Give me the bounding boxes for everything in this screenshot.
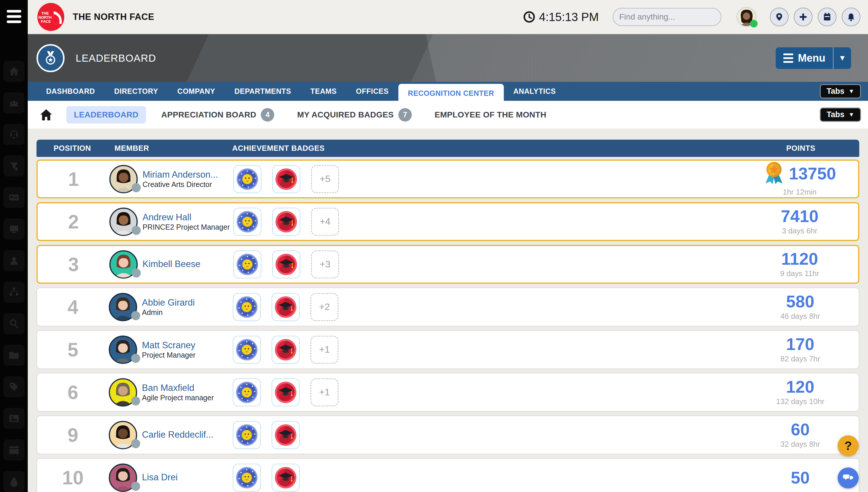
sidebar-user-icon[interactable] bbox=[3, 250, 25, 271]
smiley-stars-badge[interactable] bbox=[233, 464, 261, 492]
menu-dropdown-caret[interactable]: ▼ bbox=[833, 47, 851, 69]
graduation-badge[interactable] bbox=[272, 165, 300, 193]
table-row[interactable]: 2 Andrew Hall PRINCE2 Project Manager bbox=[36, 202, 859, 241]
leaderboard-content: POSITION MEMBER ACHIEVEMENT BADGES POINT… bbox=[28, 128, 868, 492]
subtab-leaderboard[interactable]: LEADERBOARD bbox=[66, 106, 146, 124]
avatar[interactable] bbox=[109, 378, 137, 407]
more-badges-tile[interactable]: +5 bbox=[311, 165, 339, 193]
table-row[interactable]: 3 Kimbell Beese bbox=[36, 245, 859, 284]
avatar[interactable] bbox=[109, 463, 137, 492]
sidebar-monitor-icon[interactable] bbox=[3, 219, 25, 240]
table-row[interactable]: 4 Abbie Girardi Admin bbox=[36, 288, 859, 326]
notifications-button[interactable] bbox=[842, 7, 861, 26]
sidebar-folder-icon[interactable] bbox=[3, 345, 25, 366]
tab-analytics[interactable]: ANALYTICS bbox=[504, 82, 565, 101]
menu-button-label: Menu bbox=[798, 52, 825, 64]
tab-departments[interactable]: DEPARTMENTS bbox=[225, 82, 301, 101]
search-input[interactable] bbox=[613, 12, 721, 22]
smiley-stars-badge[interactable] bbox=[233, 293, 261, 321]
more-badges-tile[interactable]: +1 bbox=[310, 336, 338, 364]
position-value: 3 bbox=[68, 253, 79, 275]
table-row[interactable]: 9 Carlie Reddeclif... bbox=[36, 415, 859, 454]
avatar[interactable] bbox=[109, 421, 137, 449]
add-button[interactable] bbox=[794, 7, 813, 26]
subtab-my-acquired-badges[interactable]: MY ACQUIRED BADGES7 bbox=[289, 104, 419, 126]
table-row[interactable]: 10 Lisa Drei bbox=[36, 458, 859, 492]
tab-directory[interactable]: DIRECTORY bbox=[105, 82, 168, 101]
graduation-badge[interactable] bbox=[272, 250, 300, 278]
smiley-stars-badge[interactable] bbox=[233, 165, 261, 193]
sidebar-image-icon[interactable] bbox=[3, 408, 25, 429]
subtab-employee-of-the-month[interactable]: EMPLOYEE OF THE MONTH bbox=[427, 106, 554, 124]
member-name-link[interactable]: Miriam Anderson... bbox=[143, 169, 218, 180]
points-value: 170 bbox=[786, 336, 815, 353]
smiley-stars-badge[interactable] bbox=[233, 250, 261, 278]
svg-text:FACE: FACE bbox=[41, 19, 51, 24]
tab-teams[interactable]: TEAMS bbox=[301, 82, 347, 101]
sidebar-headset-icon[interactable] bbox=[3, 124, 25, 145]
avatar[interactable] bbox=[109, 165, 138, 193]
sidebar-home-icon[interactable] bbox=[3, 61, 25, 82]
sidebar-search-icon[interactable] bbox=[3, 313, 25, 334]
count-badge: 4 bbox=[261, 108, 274, 122]
chat-button[interactable] bbox=[838, 467, 859, 489]
member-name-link[interactable]: Carlie Reddeclif... bbox=[142, 429, 213, 441]
home-button[interactable] bbox=[40, 108, 53, 122]
menu-button[interactable]: Menu ▼ bbox=[776, 47, 851, 69]
graduation-badge[interactable] bbox=[272, 208, 300, 236]
graduation-badge[interactable] bbox=[272, 293, 300, 321]
more-badges-tile[interactable]: +4 bbox=[311, 208, 339, 236]
sidebar-droplet-icon[interactable] bbox=[3, 471, 25, 492]
column-header-badges: ACHIEVEMENT BADGES bbox=[232, 144, 742, 153]
member-name-link[interactable]: Abbie Girardi bbox=[142, 297, 195, 309]
help-button[interactable]: ? bbox=[838, 435, 859, 457]
sidebar-org-chart-icon[interactable] bbox=[3, 281, 25, 303]
more-badges-tile[interactable]: +3 bbox=[311, 250, 339, 278]
table-row[interactable]: 1 Miriam Anderson... Creative Arts Direc… bbox=[36, 159, 859, 198]
member-name-link[interactable]: Andrew Hall bbox=[143, 212, 230, 223]
subtab-appreciation-board[interactable]: APPRECIATION BOARD4 bbox=[154, 104, 282, 126]
member-name-link[interactable]: Kimbell Beese bbox=[143, 259, 200, 270]
tab-dashboard[interactable]: DASHBOARD bbox=[36, 82, 105, 101]
avatar[interactable] bbox=[109, 293, 137, 321]
graduation-badge[interactable] bbox=[272, 336, 300, 364]
location-button[interactable] bbox=[770, 7, 789, 26]
subtabs-dropdown-button[interactable]: Tabs▼ bbox=[820, 107, 861, 122]
smiley-stars-badge[interactable] bbox=[233, 336, 261, 364]
graduation-badge[interactable] bbox=[272, 421, 300, 449]
table-row[interactable]: 5 Matt Scraney Project Manager bbox=[36, 330, 859, 369]
tabs-dropdown-button[interactable]: Tabs▼ bbox=[820, 84, 861, 98]
avatar[interactable] bbox=[109, 207, 138, 236]
points-value: 50 bbox=[791, 469, 810, 486]
member-name-link[interactable]: Matt Scraney bbox=[142, 340, 196, 351]
hamburger-menu-icon[interactable] bbox=[0, 0, 28, 33]
more-badges-tile[interactable]: +2 bbox=[310, 293, 338, 321]
member-name-link[interactable]: Ban Maxfield bbox=[142, 383, 214, 394]
sidebar-tag-icon[interactable] bbox=[3, 376, 25, 397]
tab-offices[interactable]: OFFICES bbox=[347, 82, 399, 101]
avatar[interactable] bbox=[109, 336, 137, 364]
tab-company[interactable]: COMPANY bbox=[168, 82, 225, 101]
smiley-stars-badge[interactable] bbox=[233, 208, 261, 236]
avatar[interactable] bbox=[109, 250, 138, 279]
member-name-link[interactable]: Lisa Drei bbox=[142, 472, 178, 483]
sidebar-funnel-dollar-icon[interactable] bbox=[3, 155, 25, 176]
table-row[interactable]: 6 Ban Maxfield Agile Project manager bbox=[36, 373, 859, 412]
graduation-badge[interactable] bbox=[272, 378, 300, 407]
graduation-badge[interactable] bbox=[272, 464, 300, 492]
menu-icon bbox=[783, 53, 793, 63]
brand-title: THE NORTH FACE bbox=[73, 12, 154, 22]
sidebar-calendar-icon[interactable] bbox=[3, 439, 25, 461]
smiley-stars-badge[interactable] bbox=[233, 421, 261, 449]
more-badges-tile[interactable]: +1 bbox=[310, 378, 338, 407]
smiley-stars-badge[interactable] bbox=[233, 378, 261, 407]
points-duration: 3 days 6hr bbox=[782, 226, 817, 236]
sidebar-id-card-icon[interactable] bbox=[3, 187, 25, 208]
profile-avatar[interactable] bbox=[737, 7, 757, 27]
achievement-badges bbox=[233, 464, 742, 492]
tab-recognition-center[interactable]: RECOGNITION CENTER bbox=[399, 84, 504, 105]
sidebar-team-icon[interactable] bbox=[3, 92, 25, 113]
status-dot bbox=[131, 396, 140, 405]
north-face-logo[interactable]: THE NORTH FACE bbox=[36, 2, 65, 31]
calendar-button[interactable] bbox=[818, 7, 837, 26]
